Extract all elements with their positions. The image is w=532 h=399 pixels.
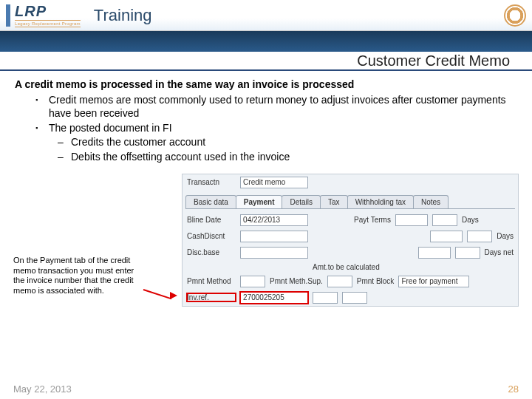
days-label-1: Days [462, 216, 479, 224]
cashd-label: CashDiscnt [187, 232, 236, 240]
dash-2: Debits the offsetting account used in th… [71, 150, 517, 163]
banner [0, 31, 532, 52]
discbase-label: Disc.base [187, 248, 236, 256]
page-title: Customer Credit Memo [357, 52, 510, 69]
lead-text: A credit memo is processed in the same w… [15, 78, 517, 90]
days-field-1[interactable] [432, 214, 457, 226]
logo-subtitle: Legacy Replacement Program [15, 20, 81, 27]
pmnt-field[interactable] [240, 276, 265, 287]
tab-details[interactable]: Details [282, 195, 321, 208]
daysnet-label: Days net [485, 248, 514, 256]
trans-field[interactable]: Credit memo [240, 177, 308, 188]
cashd-field[interactable] [240, 231, 308, 242]
bline-label: Bline Date [187, 216, 236, 224]
trans-label: Transactn [187, 178, 236, 186]
pmsup-field[interactable] [327, 276, 352, 287]
daysnet-field-b[interactable] [455, 247, 480, 259]
content: A credit memo is processed in the same w… [0, 71, 532, 163]
days-label-2: Days [497, 232, 514, 240]
sap-screenshot: Transactn Credit memo Basic data Payment… [182, 174, 519, 307]
tab-withholding[interactable]: Withholding tax [347, 195, 414, 208]
caption-text: On the Payment tab of the credit memo tr… [13, 256, 137, 296]
invref-label: Inv.ref. [187, 293, 236, 301]
invref-extra-2[interactable] [342, 292, 367, 304]
days-field-2b[interactable] [467, 231, 492, 242]
discbase-field[interactable] [240, 247, 308, 259]
bullet-2: The posted document in FI Credits the cu… [49, 121, 517, 163]
tab-basic[interactable]: Basic data [185, 195, 236, 208]
slide-header: LRP Legacy Replacement Program Training [0, 0, 532, 31]
daysnet-field-a[interactable] [418, 247, 451, 259]
days-field-2a[interactable] [430, 231, 463, 242]
logo-main: LRP [15, 3, 81, 20]
subbanner: Customer Credit Memo [0, 52, 532, 71]
footer: May 22, 2013 28 [13, 383, 519, 395]
pblock-label: Pmnt Block [357, 277, 395, 285]
tab-tax[interactable]: Tax [320, 195, 348, 208]
pmsup-label: Pmnt Meth.Sup. [270, 277, 323, 285]
amt-label: Amt.to be calculated [313, 263, 380, 271]
pmnt-label: Pmnt Method [187, 277, 236, 285]
logo: LRP Legacy Replacement Program [6, 3, 81, 27]
bline-field[interactable]: 04/22/2013 [240, 214, 308, 226]
seal-icon [504, 4, 526, 27]
tab-payment[interactable]: Payment [236, 195, 283, 208]
bullet-2-text: The posted document in FI [49, 122, 172, 134]
tab-notes[interactable]: Notes [413, 195, 449, 208]
footer-date: May 22, 2013 [13, 383, 72, 395]
header-title: Training [94, 6, 152, 25]
payt-label: Payt Terms [354, 216, 391, 224]
invref-field[interactable]: 2700025205 [240, 292, 308, 304]
footer-page: 28 [508, 383, 519, 395]
invref-extra-1[interactable] [313, 292, 338, 304]
bullet-1: Credit memos are most commonly used to r… [49, 93, 517, 120]
arrow-icon [143, 233, 176, 307]
pblock-field[interactable]: Free for payment [398, 276, 469, 287]
tabs: Basic data Payment Details Tax Withholdi… [185, 195, 515, 209]
dash-1: Credits the customer account [71, 135, 517, 149]
logo-bar-icon [6, 4, 10, 27]
payt-field[interactable] [395, 214, 428, 226]
